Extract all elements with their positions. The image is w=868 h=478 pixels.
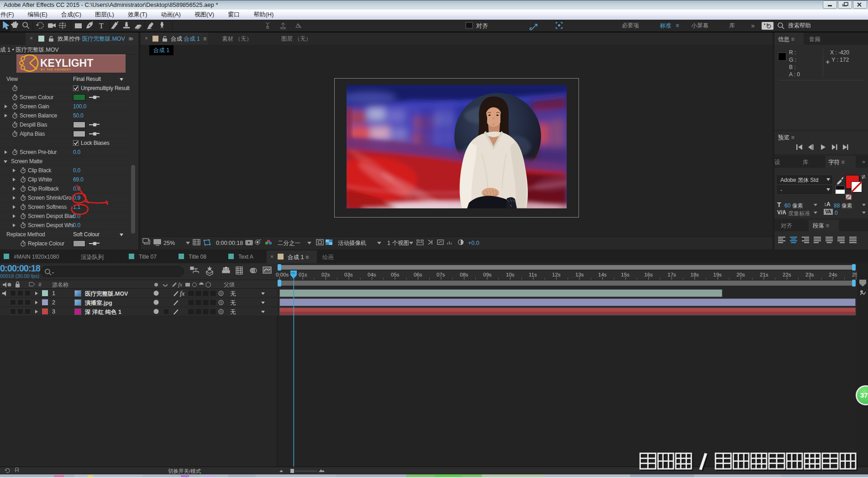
svg-text:KEYLIGHT: KEYLIGHT bbox=[40, 57, 93, 69]
svg-text:»: » bbox=[751, 22, 755, 29]
svg-text:+0.0: +0.0 bbox=[468, 240, 479, 246]
svg-text:搜索帮助: 搜索帮助 bbox=[788, 22, 811, 29]
svg-text:T: T bbox=[99, 22, 104, 30]
svg-text:源名称: 源名称 bbox=[52, 281, 68, 288]
svg-text:fx: fx bbox=[178, 281, 183, 288]
svg-text:fx: fx bbox=[180, 290, 185, 297]
svg-text:活动摄像机: 活动摄像机 bbox=[338, 240, 367, 246]
svg-text:25%: 25% bbox=[163, 240, 175, 246]
svg-text:#: # bbox=[38, 281, 42, 288]
svg-text:1 个视图: 1 个视图 bbox=[387, 240, 409, 246]
svg-text:小屏幕: 小屏幕 bbox=[691, 22, 709, 29]
svg-text:必要项: 必要项 bbox=[622, 22, 639, 29]
svg-text:0:00:00:18: 0:00:00:18 bbox=[216, 240, 243, 246]
svg-text:父级: 父级 bbox=[224, 281, 235, 288]
svg-text:标准: 标准 bbox=[660, 22, 671, 29]
svg-text:对齐: 对齐 bbox=[476, 22, 488, 29]
svg-text:BY THE FOUNDRY: BY THE FOUNDRY bbox=[41, 68, 71, 71]
svg-text:库: 库 bbox=[729, 22, 735, 29]
svg-text:二分之一: 二分之一 bbox=[278, 240, 300, 246]
svg-text:≡: ≡ bbox=[676, 22, 679, 29]
